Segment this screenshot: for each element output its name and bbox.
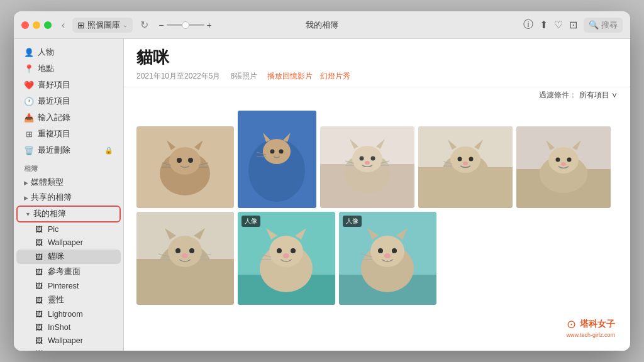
svg-point-71 xyxy=(269,236,303,267)
zoom-out-button[interactable]: − xyxy=(158,20,164,30)
svg-point-87 xyxy=(384,253,391,258)
svg-point-76 xyxy=(283,253,289,258)
sidebar-sub-instagram[interactable]: 🖼 Instagram xyxy=(16,348,121,351)
svg-point-43 xyxy=(463,162,468,165)
svg-point-28 xyxy=(360,156,364,161)
library-label: 照個圖庫 xyxy=(87,19,120,31)
svg-point-85 xyxy=(378,248,383,253)
svg-point-74 xyxy=(277,248,282,253)
pinterest-icon: 🖼 xyxy=(34,282,44,290)
traffic-lights xyxy=(21,21,52,29)
wallpaper2-icon: 🖼 xyxy=(34,336,44,345)
svg-point-6 xyxy=(177,158,182,163)
reference-icon: 🖼 xyxy=(34,268,44,277)
sidebar-item-label: 人物 xyxy=(38,47,54,58)
svg-point-61 xyxy=(175,248,180,253)
sidebar-sub-label: 貓咪 xyxy=(48,251,64,262)
svg-point-82 xyxy=(370,236,404,267)
library-icon: ⊞ xyxy=(77,20,85,30)
sidebar-item-favorites[interactable]: ❤️ 喜好項目 xyxy=(16,77,121,93)
photo-row-1 xyxy=(136,111,618,208)
group-media-types[interactable]: ▶ 媒體類型 xyxy=(16,175,121,190)
search-box[interactable]: 🔍 搜尋 xyxy=(584,18,623,33)
sidebar-sub-inshot[interactable]: 🖼 InShot xyxy=(16,321,121,334)
lightroom-icon: 🖼 xyxy=(34,310,44,319)
sidebar-sub-lightroom[interactable]: 🖼 Lightroom xyxy=(16,308,121,321)
sidebar-sub-label: Instagram xyxy=(48,349,83,351)
zoom-slider[interactable] xyxy=(167,24,204,26)
spirit-icon: 🖼 xyxy=(34,296,44,305)
sidebar-item-deleted[interactable]: 🗑️ 最近刪除 🔒 xyxy=(16,143,121,158)
sidebar-item-label: 重複項目 xyxy=(38,129,70,140)
content-header: 貓咪 2021年10月至2022年5月 8張照片 播放回憶影片 幻燈片秀 xyxy=(124,39,630,87)
filter-value[interactable]: 所有項目 ∨ xyxy=(579,90,618,101)
group-label: 我的相簿 xyxy=(33,209,66,219)
fullscreen-button[interactable] xyxy=(44,21,52,29)
sidebar-sub-label: Wallpaper xyxy=(48,238,83,247)
library-button[interactable]: ⊞ 照個圖庫 ⌄ xyxy=(72,18,133,33)
svg-point-75 xyxy=(291,248,296,253)
places-icon: 📍 xyxy=(24,64,34,74)
sidebar-sub-wallpaper2[interactable]: 🖼 Wallpaper xyxy=(16,334,121,347)
sidebar-sub-pic[interactable]: 🖼 Pic xyxy=(16,223,121,236)
favorites-icon: ❤️ xyxy=(24,80,34,90)
group-shared[interactable]: ▶ 共享的相簿 xyxy=(16,190,121,205)
photo-thumb-4[interactable] xyxy=(418,126,513,208)
close-button[interactable] xyxy=(21,21,29,29)
svg-point-63 xyxy=(182,253,188,258)
slideshow-button[interactable]: 播放回憶影片 xyxy=(267,71,313,82)
watermark-url: www.tech-girlz.com xyxy=(566,332,615,338)
photo-thumb-5[interactable] xyxy=(516,126,611,208)
zoom-control: − + xyxy=(158,20,211,30)
svg-point-42 xyxy=(469,157,474,162)
date-range: 2021年10月至2022年5月 xyxy=(136,71,220,82)
minimize-button[interactable] xyxy=(33,21,40,29)
svg-point-3 xyxy=(169,147,201,175)
back-button[interactable]: ‹ xyxy=(59,18,67,32)
chevron-down-icon: ▼ xyxy=(25,211,31,217)
zoom-in-button[interactable]: + xyxy=(207,20,212,30)
people-icon: 👤 xyxy=(24,48,34,57)
sidebar-sub-spirit[interactable]: 🖼 靈性 xyxy=(16,293,121,307)
sidebar-sub-reference[interactable]: 🖼 參考畫面 xyxy=(16,265,121,279)
svg-point-19 xyxy=(279,150,284,154)
rotate-button[interactable]: ↻ xyxy=(138,18,151,32)
svg-point-30 xyxy=(365,161,370,165)
sidebar-item-places[interactable]: 📍 地點 xyxy=(16,61,121,77)
filter-bar: 過濾條件： 所有項目 ∨ xyxy=(124,87,630,103)
share-button[interactable]: ⬆ xyxy=(540,19,548,31)
pic-icon: 🖼 xyxy=(34,225,44,234)
window-title: 我的相簿 xyxy=(306,19,338,31)
copy-button[interactable]: ⊡ xyxy=(569,19,577,31)
presentation-button[interactable]: 幻燈片秀 xyxy=(320,71,350,82)
svg-point-52 xyxy=(556,158,560,162)
recent-icon: 🕐 xyxy=(24,97,34,106)
sidebar-sub-cats[interactable]: 🖼 貓咪 xyxy=(16,250,121,264)
titlebar: ‹ ⊞ 照個圖庫 ⌄ ↻ − + 我的相簿 ⓘ ⬆ ♡ ⊡ xyxy=(14,11,630,39)
photo-thumb-7[interactable]: 人像 xyxy=(238,212,335,305)
photo-thumb-1[interactable] xyxy=(136,126,234,208)
sidebar-sub-pinterest[interactable]: 🖼 Pinterest xyxy=(16,280,121,292)
sidebar-sub-label: Pinterest xyxy=(48,282,79,290)
sidebar-sub-label: Pic xyxy=(48,225,58,234)
duplicates-icon: ⊞ xyxy=(24,129,34,139)
sidebar-sub-label: Wallpaper xyxy=(48,336,83,345)
group-my-albums[interactable]: ▼ 我的相簿 xyxy=(16,206,121,222)
sidebar-item-duplicates[interactable]: ⊞ 重複項目 xyxy=(16,126,121,142)
sidebar-item-import[interactable]: 📥 輸入記錄 xyxy=(16,110,121,126)
photo-thumb-6[interactable] xyxy=(136,212,234,305)
svg-point-54 xyxy=(561,162,566,166)
sidebar-sub-wallpaper1[interactable]: 🖼 Wallpaper xyxy=(16,236,121,249)
sidebar-item-label: 最近刪除 xyxy=(38,145,70,156)
photo-thumb-3[interactable] xyxy=(320,126,414,208)
sidebar-item-people[interactable]: 👤 人物 xyxy=(16,45,121,60)
sidebar-sub-label: Lightroom xyxy=(48,310,83,319)
sidebar-item-recent[interactable]: 🕐 最近項目 xyxy=(16,94,121,109)
photo-thumb-2[interactable] xyxy=(238,111,316,208)
photo-thumb-8[interactable]: 人像 xyxy=(339,212,436,305)
svg-point-49 xyxy=(548,147,579,173)
inshot-icon: 🖼 xyxy=(34,323,44,332)
watermark-icon: ⊙ xyxy=(567,317,576,331)
favorite-button[interactable]: ♡ xyxy=(554,19,563,31)
info-button[interactable]: ⓘ xyxy=(523,18,533,31)
